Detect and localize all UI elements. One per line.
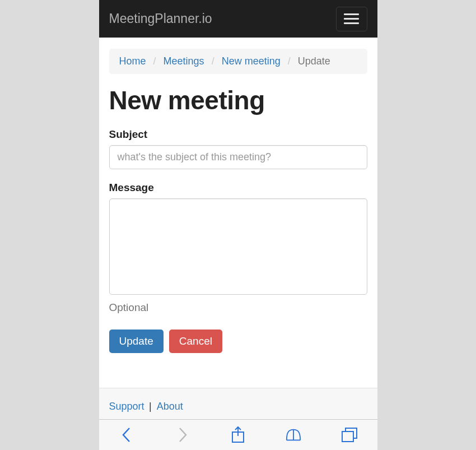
brand[interactable]: MeetingPlanner.io [109,11,212,26]
page-title: New meeting [109,86,367,115]
hamburger-bar-icon [344,18,359,20]
button-row: Update Cancel [109,330,367,353]
subject-input[interactable] [109,145,367,169]
breadcrumb: Home / Meetings / New meeting / Update [109,49,367,74]
tabs-icon[interactable] [341,426,358,443]
breadcrumb-link-meetings[interactable]: Meetings [164,55,204,67]
breadcrumb-sep: / [283,55,295,67]
footer-link-about[interactable]: About [157,401,183,412]
message-textarea[interactable] [109,198,367,295]
footer: Support | About [99,388,377,419]
navbar: MeetingPlanner.io [99,0,377,38]
breadcrumb-current: Update [298,55,330,67]
footer-sep: | [147,401,157,412]
form-group-subject: Subject [109,128,367,169]
share-icon[interactable] [230,426,246,443]
hamburger-toggle[interactable] [336,7,367,31]
breadcrumb-link-home[interactable]: Home [119,55,146,67]
browser-toolbar [99,419,377,450]
bookmarks-icon[interactable] [285,426,302,443]
breadcrumb-sep: / [149,55,161,67]
update-button[interactable]: Update [109,330,164,353]
svg-rect-5 [342,432,353,442]
form-group-message: Message Optional [109,182,367,314]
back-icon[interactable] [118,426,135,443]
subject-label: Subject [109,128,367,141]
footer-link-support[interactable]: Support [109,401,144,412]
content: Home / Meetings / New meeting / Update N… [99,38,377,388]
message-label: Message [109,182,367,194]
app-viewport: MeetingPlanner.io Home / Meetings / New … [99,0,377,450]
breadcrumb-link-new-meeting[interactable]: New meeting [222,55,281,67]
forward-icon[interactable] [174,426,191,443]
breadcrumb-sep: / [207,55,219,67]
cancel-button[interactable]: Cancel [169,330,222,353]
hamburger-bar-icon [344,22,359,24]
hamburger-bar-icon [344,13,359,15]
message-help: Optional [109,301,367,314]
